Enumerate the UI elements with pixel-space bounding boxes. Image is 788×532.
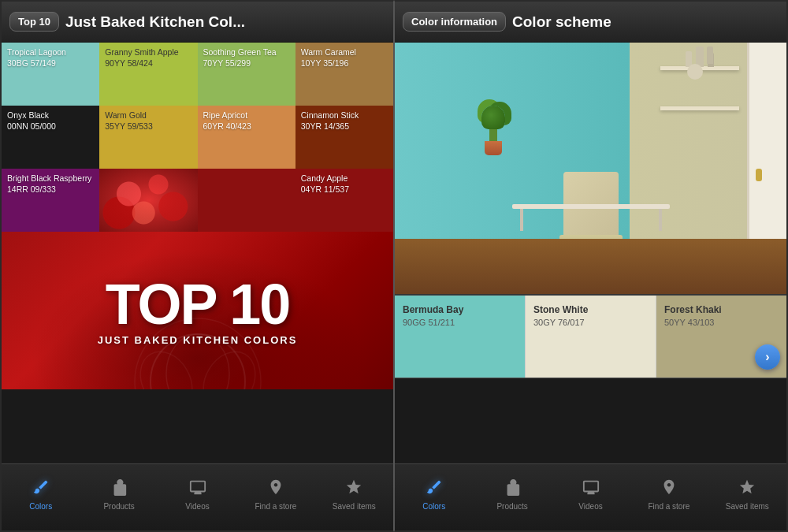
color-name: Granny Smith Apple xyxy=(105,47,191,58)
color-name: Candy Apple xyxy=(301,173,388,184)
right-header-title: Color scheme xyxy=(512,13,611,31)
swatch-code-bermuda: 90GG 51/211 xyxy=(403,317,517,329)
chair-back xyxy=(563,172,619,235)
color-name: Ripe Apricot xyxy=(203,110,290,121)
banner: TOP 10 JUST BAKED KITCHEN COLORS xyxy=(2,232,393,389)
tab-products-right-label: Products xyxy=(496,502,527,511)
swatch-name-bermuda: Bermuda Bay xyxy=(403,303,517,317)
desk-leg-right xyxy=(659,209,662,231)
bucket-icon-right xyxy=(504,478,521,499)
plant-stem xyxy=(489,129,497,141)
room-image xyxy=(395,43,786,295)
color-name: Bright Black Raspberry xyxy=(7,173,94,184)
banner-sub-text: JUST BAKED KITCHEN COLORS xyxy=(98,334,298,346)
color-code: 35YY 59/533 xyxy=(105,121,191,132)
star-icon-right xyxy=(738,478,756,499)
color-name: Warm Gold xyxy=(105,110,191,121)
swatch-name-stone: Stone White xyxy=(533,303,648,317)
color-granny-smith[interactable]: Granny Smith Apple 90YY 58/424 xyxy=(99,43,197,106)
monitor-icon xyxy=(189,478,206,499)
left-header: Top 10 Just Baked Kitchen Col... xyxy=(2,2,393,43)
tab-saved-left[interactable]: Saved items xyxy=(315,478,393,511)
left-tab-bar: Colors Products Videos xyxy=(2,463,393,530)
color-code: 70YY 55/299 xyxy=(203,58,290,69)
tab-saved-left-label: Saved items xyxy=(333,502,376,511)
next-button[interactable]: › xyxy=(755,344,780,370)
monitor-icon-right xyxy=(582,478,600,499)
shelf-middle xyxy=(660,106,739,110)
color-warm-caramel[interactable]: Warm Caramel 10YY 35/196 xyxy=(296,43,393,106)
tab-videos-right-label: Videos xyxy=(578,502,602,511)
color-code: 10YY 35/196 xyxy=(301,58,388,69)
bucket-icon xyxy=(110,478,128,499)
color-soothing-green[interactable]: Soothing Green Tea 70YY 55/299 xyxy=(198,43,296,106)
color-code: 60YR 40/423 xyxy=(203,121,290,132)
plant-leaves xyxy=(481,106,505,129)
star-icon xyxy=(345,478,362,499)
color-grid: Tropical Lagoon 30BG 57/149 Granny Smith… xyxy=(2,43,393,232)
swatch-code-khaki: 50YY 43/103 xyxy=(664,317,779,329)
door-handle xyxy=(756,169,762,181)
left-header-title: Just Baked Kitchen Col... xyxy=(65,13,245,31)
desk-leg-left xyxy=(520,209,523,231)
tab-videos-left[interactable]: Videos xyxy=(158,478,236,511)
color-swatches: Bermuda Bay 90GG 51/211 Stone White 30GY… xyxy=(395,295,786,378)
right-header-badge: Color information xyxy=(403,12,506,32)
divider xyxy=(395,378,786,378)
banner-main-text: TOP 10 xyxy=(106,276,290,333)
color-code: 14RR 09/333 xyxy=(7,184,94,195)
plant-pot xyxy=(481,106,505,223)
tab-videos-right[interactable]: Videos xyxy=(552,478,630,511)
color-name: Tropical Lagoon xyxy=(7,47,94,58)
right-phone: Color information Color scheme xyxy=(394,0,788,532)
swatch-name-khaki: Forest Khaki xyxy=(664,303,779,317)
target-icon xyxy=(267,478,284,499)
color-name: Soothing Green Tea xyxy=(203,47,290,58)
brush-icon-right xyxy=(426,478,443,499)
color-code: 04YR 11/537 xyxy=(301,184,388,195)
tab-videos-left-label: Videos xyxy=(185,502,209,511)
color-warm-gold[interactable]: Warm Gold 35YY 59/533 xyxy=(99,106,197,169)
color-onyx-black[interactable]: Onyx Black 00NN 05/000 xyxy=(2,106,99,169)
room-shelves xyxy=(660,66,739,110)
tab-products-right[interactable]: Products xyxy=(473,478,551,511)
tab-colors-right[interactable]: Colors xyxy=(395,478,473,511)
tab-find-store-right-label: Find a store xyxy=(649,502,690,511)
tab-products-left-label: Products xyxy=(103,502,134,511)
color-empty xyxy=(198,169,296,232)
tab-colors-left-label: Colors xyxy=(29,502,52,511)
tab-find-store-right[interactable]: Find a store xyxy=(630,478,708,511)
tab-colors-left[interactable]: Colors xyxy=(2,478,80,511)
right-header: Color information Color scheme xyxy=(395,2,786,43)
swatch-code-stone: 30GY 76/017 xyxy=(533,317,648,329)
color-code: 00NN 05/000 xyxy=(7,121,94,132)
desk-top xyxy=(512,204,670,209)
left-phone: Top 10 Just Baked Kitchen Col... Tropica… xyxy=(0,0,394,532)
swatch-forest-khaki[interactable]: Forest Khaki 50YY 43/103 › xyxy=(656,296,786,378)
brush-icon xyxy=(32,478,50,499)
color-name: Onyx Black xyxy=(7,110,94,121)
target-icon-right xyxy=(660,478,678,499)
tab-colors-right-label: Colors xyxy=(422,502,445,511)
tab-saved-right-label: Saved items xyxy=(726,502,769,511)
left-header-badge: Top 10 xyxy=(9,12,59,32)
color-bright-black-raspberry[interactable]: Bright Black Raspberry 14RR 09/333 xyxy=(2,169,99,232)
color-code: 90YY 58/424 xyxy=(105,58,191,69)
swatch-stone-white[interactable]: Stone White 30GY 76/017 xyxy=(526,296,656,378)
shelf-items-middle xyxy=(660,47,739,64)
color-name: Cinnamon Stick xyxy=(301,110,388,121)
color-candy-apple[interactable]: Candy Apple 04YR 11/537 xyxy=(296,169,393,232)
tab-products-left[interactable]: Products xyxy=(80,478,158,511)
color-tropical-lagoon[interactable]: Tropical Lagoon 30BG 57/149 xyxy=(2,43,99,106)
color-cinnamon-stick[interactable]: Cinnamon Stick 30YR 14/365 xyxy=(296,106,393,169)
color-code: 30YR 14/365 xyxy=(301,121,388,132)
room-floor xyxy=(395,239,786,294)
tab-find-store-left[interactable]: Find a store xyxy=(236,478,314,511)
pot xyxy=(485,141,502,155)
tab-find-store-left-label: Find a store xyxy=(255,502,297,511)
swatch-bermuda-bay[interactable]: Bermuda Bay 90GG 51/211 xyxy=(395,296,526,378)
color-berry-image[interactable] xyxy=(99,169,197,232)
color-name: Warm Caramel xyxy=(301,47,388,58)
color-ripe-apricot[interactable]: Ripe Apricot 60YR 40/423 xyxy=(198,106,296,169)
tab-saved-right[interactable]: Saved items xyxy=(708,478,786,511)
